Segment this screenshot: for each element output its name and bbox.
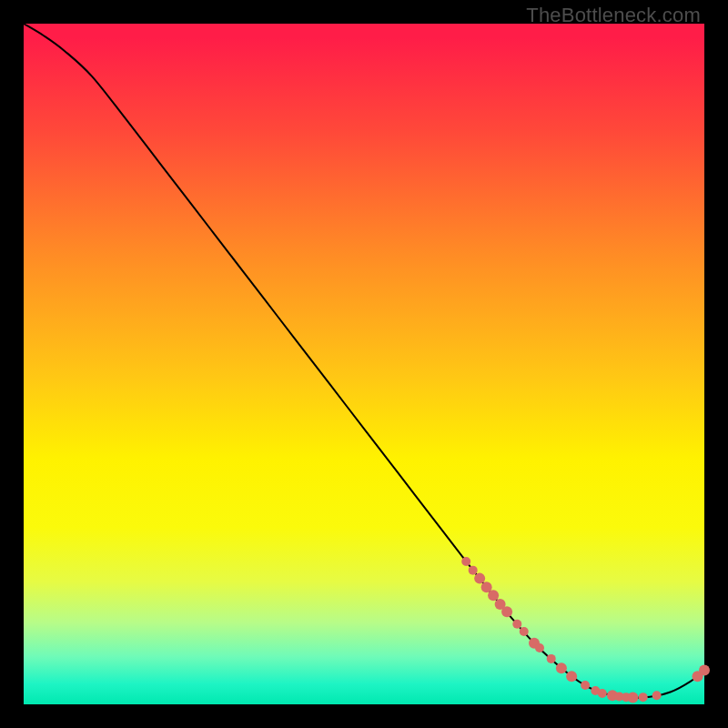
highlight-dot [512,620,521,629]
highlight-dot [581,681,590,690]
highlight-dot [652,691,662,700]
highlight-dot [639,693,648,702]
highlight-dot [461,557,470,566]
highlight-dot [627,693,638,703]
bottleneck-curve [24,24,704,698]
highlight-dot [488,590,499,601]
highlight-dot [547,654,556,663]
highlight-dot [556,662,567,673]
chart-area [24,24,704,704]
highlight-dot [566,671,577,682]
highlight-dot [474,573,485,584]
highlight-dot [469,566,478,575]
highlight-dot [699,665,710,676]
highlight-dot [598,689,607,698]
highlight-dot [520,627,529,636]
highlight-dot [535,643,544,652]
highlight-dots [461,557,710,703]
highlight-dot [501,606,512,617]
curve-svg [24,24,704,704]
